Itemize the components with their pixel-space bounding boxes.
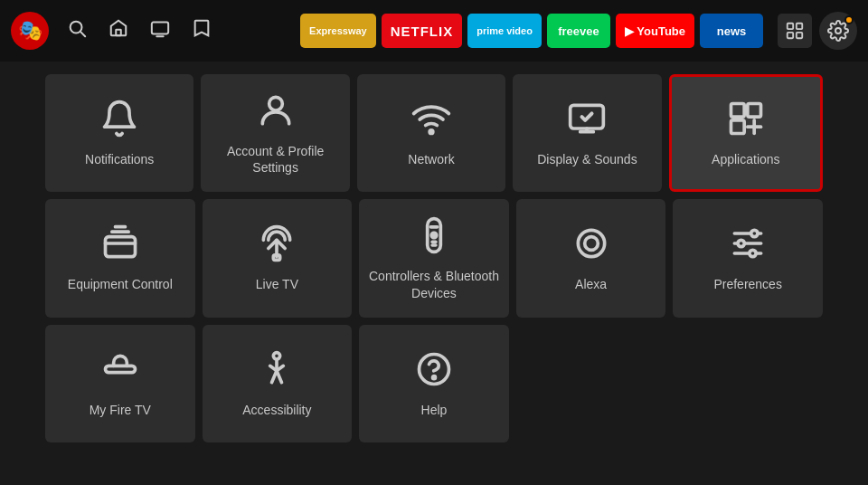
topbar-apps: Expressway NETFLIX prime video freevee ▶…	[222, 14, 763, 48]
tile-accessibility-label: Accessibility	[242, 402, 311, 418]
person-icon	[256, 90, 296, 134]
svg-rect-14	[748, 104, 761, 118]
tile-live-tv[interactable]: Live TV	[203, 199, 353, 317]
svg-line-1	[80, 32, 85, 36]
tile-my-fire-tv[interactable]: My Fire TV	[45, 325, 195, 442]
topbar: 🎭 Expressway NETFLIX prime video freevee	[0, 0, 868, 62]
svg-rect-18	[105, 237, 135, 257]
tile-alexa[interactable]: Alexa	[516, 199, 666, 317]
grid-row-2: Equipment Control Live TV Controllers & …	[45, 199, 823, 317]
app-netflix[interactable]: NETFLIX	[382, 14, 463, 48]
avatar[interactable]: 🎭	[11, 12, 49, 50]
svg-point-37	[433, 376, 436, 378]
svg-point-27	[584, 237, 598, 251]
tv-remote-icon	[100, 223, 140, 267]
tile-account-profile[interactable]: Account & Profile Settings	[201, 74, 349, 192]
firetv-icon	[100, 349, 140, 393]
tile-alexa-label: Alexa	[575, 276, 607, 292]
accessibility-icon	[257, 349, 297, 393]
tile-applications-label: Applications	[712, 151, 780, 167]
topbar-right	[778, 12, 857, 50]
tile-network[interactable]: Network	[357, 74, 505, 192]
tile-account-label: Account & Profile Settings	[210, 143, 340, 176]
app-prime-label: prime video	[476, 25, 533, 36]
svg-rect-15	[731, 120, 744, 134]
tile-controllers-label: Controllers & Bluetooth Devices	[368, 268, 500, 300]
svg-rect-6	[797, 24, 802, 29]
app-freevee-label: freevee	[558, 24, 599, 38]
tile-display-sounds[interactable]: Display & Sounds	[513, 74, 661, 192]
bookmark-icon[interactable]	[188, 14, 215, 47]
tile-network-label: Network	[408, 151, 454, 167]
app-freevee[interactable]: freevee	[547, 14, 610, 48]
antenna-icon	[257, 223, 297, 267]
tile-notifications[interactable]: Notifications	[45, 74, 193, 192]
svg-point-33	[750, 251, 756, 257]
svg-point-10	[269, 97, 282, 110]
bell-icon	[99, 99, 139, 142]
app-expressway[interactable]: Expressway	[300, 14, 376, 48]
tile-equipment-label: Equipment Control	[68, 276, 173, 292]
settings-icon[interactable]	[819, 12, 857, 50]
app-news[interactable]: news	[700, 14, 763, 48]
grid-row-3: My Fire TV Accessibility Help	[45, 325, 823, 442]
search-icon[interactable]	[63, 14, 90, 47]
topbar-left: 🎭	[11, 12, 215, 50]
svg-rect-5	[788, 24, 793, 29]
tile-help[interactable]: Help	[359, 325, 509, 442]
apps-grid-icon[interactable]	[778, 14, 812, 48]
tile-notifications-label: Notifications	[85, 151, 154, 167]
tile-help-label: Help	[421, 402, 448, 418]
apps-icon	[726, 99, 766, 142]
svg-point-35	[274, 352, 280, 358]
tile-live-tv-label: Live TV	[256, 276, 298, 292]
app-netflix-label: NETFLIX	[391, 24, 454, 39]
tile-accessibility[interactable]: Accessibility	[203, 325, 353, 442]
svg-point-32	[738, 241, 744, 247]
svg-rect-2	[116, 30, 121, 35]
tile-applications[interactable]: Applications	[669, 74, 823, 192]
svg-rect-13	[731, 104, 744, 118]
app-expressway-label: Expressway	[309, 25, 367, 36]
tile-preferences-label: Preferences	[713, 276, 781, 292]
tile-my-fire-tv-label: My Fire TV	[90, 402, 151, 418]
tile-empty-2	[673, 325, 823, 442]
sliders-icon	[728, 223, 768, 267]
settings-notification-dot	[844, 15, 854, 24]
home-icon[interactable]	[105, 14, 132, 47]
svg-point-31	[751, 231, 758, 237]
display-icon	[567, 99, 607, 142]
remote-icon	[414, 215, 454, 259]
svg-point-11	[429, 130, 433, 134]
alexa-icon	[571, 223, 611, 267]
tile-equipment-control[interactable]: Equipment Control	[45, 199, 195, 317]
svg-rect-7	[788, 33, 793, 38]
svg-point-26	[578, 231, 604, 257]
wifi-icon	[411, 99, 451, 142]
svg-point-23	[431, 233, 437, 239]
settings-grid: Notifications Account & Profile Settings…	[0, 62, 868, 455]
tile-empty-1	[516, 325, 666, 442]
svg-rect-34	[105, 366, 135, 372]
tile-preferences[interactable]: Preferences	[673, 199, 823, 317]
grid-row-1: Notifications Account & Profile Settings…	[45, 74, 823, 192]
tile-controllers-bluetooth[interactable]: Controllers & Bluetooth Devices	[359, 199, 509, 317]
app-prime[interactable]: prime video	[467, 14, 542, 48]
tv-icon[interactable]	[146, 14, 174, 47]
svg-point-9	[835, 28, 841, 33]
svg-rect-8	[797, 33, 802, 38]
app-news-label: news	[717, 24, 747, 38]
app-youtube-label: ▶ YouTube	[625, 24, 685, 38]
help-icon	[414, 349, 454, 393]
tile-display-label: Display & Sounds	[537, 151, 637, 167]
svg-rect-3	[152, 23, 168, 34]
app-youtube[interactable]: ▶ YouTube	[616, 14, 694, 48]
